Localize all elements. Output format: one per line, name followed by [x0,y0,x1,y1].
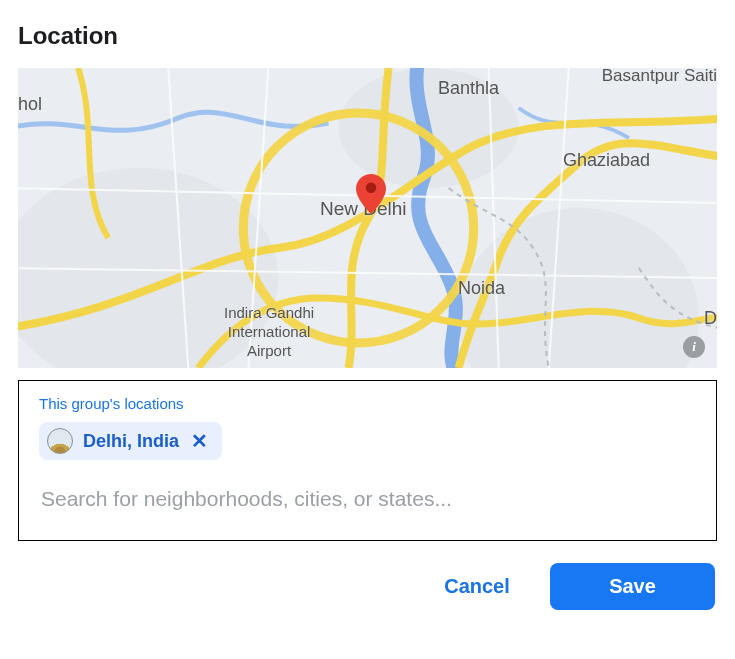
map-pin-icon [355,174,387,214]
dialog-footer: Cancel Save [18,563,717,610]
map-label-hol: hol [18,94,42,115]
location-search-input[interactable] [39,486,696,512]
map-label-basantpur: Basantpur Saiti [602,68,717,86]
map-label-airport: Indira Gandhi International Airport [224,304,314,360]
remove-chip-icon[interactable]: ✕ [189,431,208,451]
airport-line1: Indira Gandhi [224,304,314,321]
map-label-d: D [704,308,717,329]
map-info-icon[interactable]: i [683,336,705,358]
locations-panel: This group's locations Delhi, India ✕ [18,380,717,541]
locations-heading: This group's locations [39,395,696,412]
map-label-banthla: Banthla [438,78,499,99]
location-chip-label: Delhi, India [83,431,179,452]
airport-line3: Airport [247,342,291,359]
airport-line2: International [228,323,311,340]
page-title: Location [18,22,717,50]
location-search [39,486,696,512]
location-chip[interactable]: Delhi, India ✕ [39,422,222,460]
map-label-ghaziabad: Ghaziabad [563,150,650,171]
location-chip-avatar [47,428,73,454]
map-preview[interactable]: Banthla Basantpur Saiti Ghaziabad Noida … [18,68,717,368]
save-button[interactable]: Save [550,563,715,610]
svg-point-5 [366,183,377,194]
map-label-noida: Noida [458,278,505,299]
cancel-button[interactable]: Cancel [432,563,522,610]
